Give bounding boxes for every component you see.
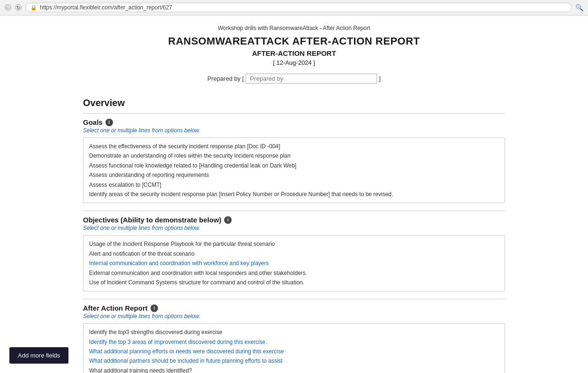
goals-header: Goals i bbox=[83, 118, 505, 126]
list-item[interactable]: What additional training needs identifie… bbox=[89, 366, 499, 373]
lock-icon: 🔒 bbox=[30, 5, 37, 11]
address-bar[interactable]: 🔒 https://myportal.flexibleir.com/after_… bbox=[25, 3, 572, 12]
overview-divider bbox=[83, 113, 505, 114]
page-content: Workshop drills with RansomwareAttack - … bbox=[69, 15, 519, 373]
objectives-options-box[interactable]: Usage of the Incident Response Playbook … bbox=[83, 235, 505, 291]
list-item[interactable]: Internal communication and coordination … bbox=[89, 259, 499, 268]
report-main-title: RANSOMWAREATTACK AFTER-ACTION REPORT bbox=[83, 35, 505, 47]
after-action-header: After Action Report i bbox=[83, 304, 505, 312]
goals-title: Goals bbox=[83, 118, 103, 126]
list-item[interactable]: Usage of the Incident Response Playbook … bbox=[89, 239, 499, 249]
list-item[interactable]: Identify the top 3 areas of improvement … bbox=[89, 337, 499, 347]
list-item[interactable]: Assess escalation to [CCMT] bbox=[89, 180, 499, 190]
objectives-title: Objectives (Ability to demonstrate below… bbox=[83, 216, 221, 224]
list-item[interactable]: What additional planning efforts or need… bbox=[89, 347, 499, 356]
goals-options-box[interactable]: Assess the effectiveness of the security… bbox=[83, 137, 505, 203]
after-action-info-icon[interactable]: i bbox=[151, 304, 158, 312]
goals-hint: Select one or multiple lines from option… bbox=[83, 127, 505, 134]
overview-title: Overview bbox=[83, 98, 505, 108]
list-item[interactable]: Identify the top3 strengths discovered d… bbox=[89, 327, 499, 337]
objectives-info-icon[interactable]: i bbox=[224, 216, 232, 224]
report-subtitle: AFTER-ACTION REPORT bbox=[83, 49, 505, 57]
list-item[interactable]: Assess understanding of reporting requir… bbox=[89, 170, 499, 180]
after-action-hint: Select one or multiple lines from option… bbox=[83, 313, 505, 320]
list-item[interactable]: Use of Incident Command Systems structur… bbox=[89, 278, 499, 287]
report-date: [ 12-Aug-2024 ] bbox=[83, 59, 505, 66]
goals-section: Goals i Select one or multiple lines fro… bbox=[83, 118, 505, 203]
list-item[interactable]: Alert and notification of the threat sce… bbox=[89, 249, 499, 259]
list-item[interactable]: What additional partners should be inclu… bbox=[89, 356, 499, 365]
prepared-by-row: Prepared by [ ] bbox=[83, 74, 505, 84]
objectives-divider bbox=[83, 299, 505, 299]
objectives-section: Objectives (Ability to demonstrate below… bbox=[83, 216, 505, 291]
objectives-hint: Select one or multiple lines from option… bbox=[83, 225, 505, 231]
after-action-options-box[interactable]: Identify the top3 strengths discovered d… bbox=[83, 323, 505, 373]
after-action-section: After Action Report i Select one or mult… bbox=[83, 304, 505, 373]
objectives-header: Objectives (Ability to demonstrate below… bbox=[83, 216, 505, 224]
after-action-title: After Action Report bbox=[83, 304, 148, 312]
list-item[interactable]: Assess functional role knowledge related… bbox=[89, 161, 499, 170]
prepared-by-label: Prepared by [ bbox=[207, 75, 244, 82]
goals-info-icon[interactable]: i bbox=[106, 119, 113, 126]
url-text: https://myportal.flexibleir.com/after_ac… bbox=[40, 4, 172, 11]
browser-chrome: ← ↻ 🔒 https://myportal.flexibleir.com/af… bbox=[0, 0, 588, 15]
prepared-by-input[interactable] bbox=[246, 74, 377, 84]
list-item[interactable]: Assess the effectiveness of the security… bbox=[89, 142, 499, 151]
workshop-title: Workshop drills with RansomwareAttack - … bbox=[83, 25, 505, 31]
back-button[interactable]: ← bbox=[5, 4, 11, 11]
list-item[interactable]: External communication and coordination … bbox=[89, 268, 499, 278]
prepared-by-close-bracket: ] bbox=[379, 75, 381, 82]
reload-button[interactable]: ↻ bbox=[15, 4, 22, 11]
list-item[interactable]: Identify areas of the security incident … bbox=[89, 190, 499, 199]
add-fields-button[interactable]: Add more fields bbox=[9, 347, 68, 364]
zoom-button[interactable]: 🔍 bbox=[575, 4, 583, 11]
list-item[interactable]: Demonstrate an understanding of roles wi… bbox=[89, 151, 499, 160]
goals-divider bbox=[83, 211, 505, 211]
